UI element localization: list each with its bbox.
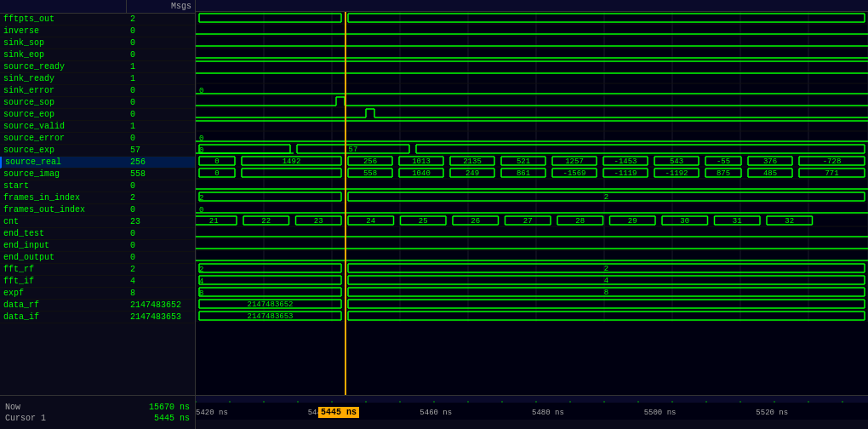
signal-name: source_sop (0, 98, 127, 107)
svg-text:256: 256 (363, 157, 377, 166)
signal-row[interactable]: end_test0 (0, 228, 195, 240)
signal-name: frames_out_index (0, 205, 127, 214)
cursor-label: Cursor 1 (5, 414, 46, 423)
signal-row[interactable]: sink_ready1 (0, 73, 195, 85)
signal-row[interactable]: frames_out_index0 (0, 204, 195, 216)
signal-row[interactable]: frames_in_index2 (0, 192, 195, 204)
now-value: 15670 ns (149, 403, 190, 412)
signal-name: fft_rf (0, 265, 127, 274)
signal-value: 558 (127, 169, 195, 179)
svg-text:5420 ns: 5420 ns (196, 409, 228, 417)
signal-row[interactable]: source_exp57 (0, 145, 195, 157)
signal-name: data_if (0, 312, 127, 322)
svg-text:861: 861 (517, 169, 530, 178)
bottom-status: Now 15670 ns Cursor 1 5445 ns (0, 396, 196, 429)
svg-text:376: 376 (763, 157, 777, 166)
svg-text:875: 875 (717, 169, 730, 178)
svg-text:2135: 2135 (463, 157, 482, 166)
svg-text:-1192: -1192 (665, 169, 688, 178)
signal-name: end_input (0, 241, 127, 250)
svg-text:558: 558 (363, 169, 377, 178)
signal-value: 0 (127, 181, 195, 191)
waveform-rows: 0005701492256101321355211257-1453543-553… (196, 12, 868, 322)
signal-row[interactable]: end_input0 (0, 240, 195, 252)
signal-name: source_real (2, 157, 127, 167)
svg-text:2: 2 (199, 194, 203, 203)
signal-value: 0 (127, 26, 195, 36)
signal-value: 1 (127, 62, 195, 72)
signal-value: 0 (127, 134, 195, 143)
signal-value: 256 (127, 157, 195, 167)
signal-row[interactable]: data_if2147483653 (0, 312, 195, 323)
svg-text:32: 32 (785, 217, 794, 226)
signal-row[interactable]: source_sop0 (0, 97, 195, 109)
signal-row[interactable]: fft_rf2 (0, 264, 195, 276)
signal-row[interactable]: source_ready1 (0, 61, 195, 73)
svg-text:24: 24 (366, 217, 375, 226)
signal-row[interactable]: source_valid1 (0, 121, 195, 133)
svg-text:5520 ns: 5520 ns (756, 409, 788, 417)
svg-text:-55: -55 (717, 157, 730, 166)
signal-row[interactable]: end_output0 (0, 252, 195, 264)
svg-text:0: 0 (214, 157, 219, 166)
svg-text:4: 4 (199, 277, 203, 286)
signal-panel: Msgs fftpts_out2inverse0sink_sop0sink_eo… (0, 0, 196, 395)
signal-value: 2147483652 (127, 300, 195, 310)
svg-text:29: 29 (628, 217, 637, 226)
signal-name: source_ready (0, 62, 127, 72)
signal-name: source_imag (0, 169, 127, 179)
signal-row[interactable]: start0 (0, 180, 195, 192)
signal-name: source_eop (0, 110, 127, 119)
svg-text:5460 ns: 5460 ns (420, 409, 452, 417)
svg-text:21: 21 (209, 217, 219, 226)
svg-text:23: 23 (314, 217, 323, 226)
svg-text:8: 8 (199, 289, 203, 298)
waveform-area[interactable]: 0005701492256101321355211257-1453543-553… (196, 12, 868, 395)
signal-row[interactable]: sink_sop0 (0, 37, 195, 49)
signal-value: 57 (127, 146, 195, 155)
timeline-svg: 5420 ns5440 ns5460 ns5480 ns5500 ns5520 … (196, 403, 868, 420)
scroll-track[interactable] (196, 396, 868, 403)
cursor-time-label: 5445 ns (318, 407, 359, 418)
svg-text:485: 485 (763, 169, 777, 178)
svg-text:8: 8 (604, 289, 608, 297)
signal-name: end_output (0, 253, 127, 262)
svg-text:1040: 1040 (412, 169, 431, 178)
svg-text:4: 4 (604, 277, 608, 285)
signal-value: 0 (127, 241, 195, 250)
signal-value: 1 (127, 122, 195, 131)
signal-row[interactable]: data_rf2147483652 (0, 300, 195, 312)
signal-row[interactable]: source_error0 (0, 133, 195, 145)
signal-row[interactable]: cnt23 (0, 216, 195, 228)
signal-row[interactable]: inverse0 (0, 26, 195, 37)
waveform-header (196, 0, 868, 12)
now-row: Now 15670 ns (0, 402, 195, 413)
signal-row[interactable]: source_imag558 (0, 169, 195, 180)
signal-header: Msgs (0, 0, 195, 14)
cursor-row: Cursor 1 5445 ns (0, 413, 195, 424)
now-label: Now (5, 403, 20, 412)
svg-text:771: 771 (825, 169, 838, 178)
svg-text:0: 0 (214, 169, 219, 178)
signal-row[interactable]: fft_if4 (0, 276, 195, 288)
svg-text:0: 0 (199, 87, 203, 95)
svg-text:31: 31 (733, 217, 742, 226)
svg-text:22: 22 (261, 217, 271, 226)
signal-row[interactable]: expf8 (0, 288, 195, 300)
signal-row[interactable]: sink_eop0 (0, 49, 195, 61)
signal-name: expf (0, 289, 127, 298)
signal-row[interactable]: fftpts_out2 (0, 14, 195, 26)
svg-text:5480 ns: 5480 ns (532, 409, 564, 417)
signal-value: 2 (127, 193, 195, 203)
signal-name: source_exp (0, 146, 127, 155)
signal-row[interactable]: source_real256 (0, 157, 195, 169)
svg-text:28: 28 (575, 217, 585, 226)
signal-value: 2 (127, 265, 195, 274)
svg-text:0: 0 (199, 206, 203, 214)
signal-row[interactable]: sink_error0 (0, 85, 195, 97)
signal-value: 4 (127, 277, 195, 286)
main-container: Msgs fftpts_out2inverse0sink_sop0sink_eo… (0, 0, 868, 395)
signal-row[interactable]: source_eop0 (0, 109, 195, 121)
signal-value: 2147483653 (127, 312, 195, 322)
signal-value: 0 (127, 38, 195, 48)
